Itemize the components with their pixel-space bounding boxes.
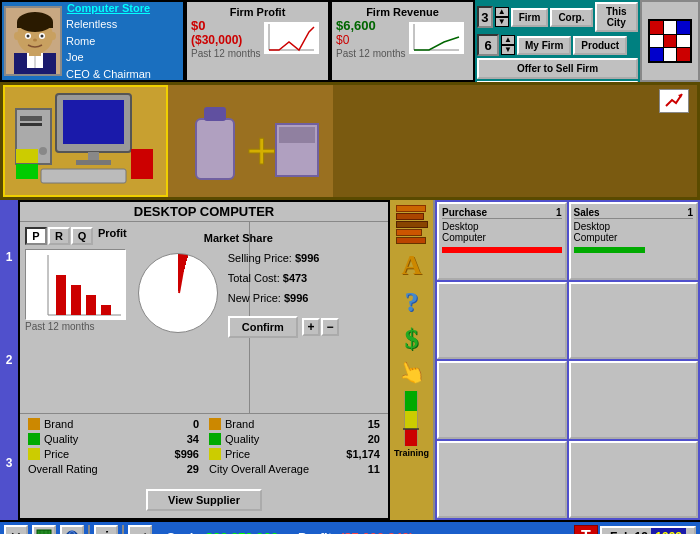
left-sidebar: 1 2 3 (0, 200, 18, 520)
corp-btn[interactable]: Corp. (550, 8, 592, 27)
brand-label-left: Brand (44, 418, 189, 430)
dollar-sign-icon[interactable]: $ (405, 323, 419, 355)
profile-section: Computer Store Relentless Rome Joe CEO &… (0, 0, 185, 82)
main-product-panel: DESKTOP COMPUTER P R Q Profit $3,800 (18, 200, 390, 520)
timer-icon[interactable]: T (574, 525, 598, 534)
market-share-pie (138, 253, 218, 333)
view-supplier-section: View Supplier (20, 482, 388, 518)
globe-icon[interactable] (60, 525, 84, 534)
grid-cell-7[interactable] (437, 441, 567, 519)
num-badge-6: 6 (477, 34, 499, 56)
view-supplier-btn[interactable]: View Supplier (146, 489, 262, 511)
svg-rect-6 (17, 22, 53, 28)
stats-section: Brand 0 Quality 34 Price $996 Overall Ra… (20, 413, 388, 482)
cash-display: Cash: $26,973,966 (166, 530, 278, 535)
price-value-left: $996 (175, 448, 199, 460)
spinner-up[interactable]: ▲ ▼ (495, 7, 509, 27)
sales-title: Sales1 (574, 207, 694, 219)
back-icon[interactable]: ◀ (128, 525, 152, 534)
profile-text: Computer Store Relentless Rome Joe CEO &… (62, 0, 151, 82)
purchase-cell[interactable]: Purchase1 Desktop Computer (437, 202, 567, 280)
stats-left-col: Brand 0 Quality 34 Price $996 Overall Ra… (28, 418, 199, 478)
city-avg-stat-row: City Overall Average 11 (209, 463, 380, 475)
cube-cell (650, 21, 663, 34)
training-section: Training (394, 391, 429, 458)
svg-rect-21 (63, 100, 124, 144)
close-icon[interactable]: ✕ (4, 525, 28, 534)
spin-up-btn[interactable]: ▲ (495, 7, 509, 17)
total-cost-label: Total Cost: (228, 272, 280, 284)
this-city-btn[interactable]: This City (595, 2, 639, 32)
price-color-left (28, 448, 40, 460)
new-price-value: $996 (284, 292, 308, 304)
left-chart-area: P R Q Profit $3,800 $0 (20, 222, 250, 413)
spin-down-btn[interactable]: ▼ (495, 17, 509, 27)
purchase-title: Purchase1 (442, 207, 562, 219)
rubik-cube (648, 19, 692, 63)
firm-revenue-chart (409, 22, 464, 56)
controls-row2: 6 ▲ ▼ My Firm Product (477, 34, 638, 56)
cash-value: $26,973,966 (206, 530, 278, 535)
brand-label-right: Brand (225, 418, 364, 430)
svg-rect-33 (204, 107, 226, 121)
status-text: Cash: $26,973,966 Profit: ($7,666,849) (156, 530, 570, 535)
pointing-hand-icon[interactable]: 👆 (394, 356, 428, 390)
firm-revenue-value: $6,600 (336, 18, 376, 33)
quality-label-left: Quality (44, 433, 183, 445)
grid-cell-4[interactable] (569, 282, 699, 360)
tab-r[interactable]: R (48, 227, 70, 245)
player-name1: Relentless (66, 18, 117, 30)
grid-cell-8[interactable] (569, 441, 699, 519)
firm-profit-period: Past 12 months (191, 48, 260, 59)
spinner-down[interactable]: ▲ ▼ (501, 35, 515, 55)
training-label: Training (394, 448, 429, 458)
spin-up-btn2[interactable]: ▲ (501, 35, 515, 45)
tab-q[interactable]: Q (71, 227, 93, 245)
profit-tab-label: Profit (98, 227, 127, 245)
city-avg-label: City Overall Average (209, 463, 364, 475)
firm-revenue-section: Firm Revenue $6,600 $0 Past 12 months (330, 0, 475, 82)
grid-cell-3[interactable] (437, 282, 567, 360)
product-btn[interactable]: Product (573, 36, 627, 55)
cube-cell (664, 48, 677, 61)
firm-profit-section: Firm Profit $0 ($30,000) Past 12 months (185, 0, 330, 82)
brand-stat-row-right: Brand 15 (209, 418, 380, 430)
selling-price-label: Selling Price: (228, 252, 292, 264)
firm-btn[interactable]: Firm (511, 8, 549, 27)
grid-cell-5[interactable] (437, 361, 567, 439)
info-icon[interactable]: i (94, 525, 118, 534)
purchase-progress (442, 247, 562, 253)
sidebar-num-1: 1 (6, 250, 13, 264)
quality-color-right (209, 433, 221, 445)
shelf-item-medicine[interactable]: + (168, 85, 333, 197)
store-name-link[interactable]: Computer Store (66, 0, 151, 16)
trend-indicator (659, 89, 689, 113)
spin-down-btn2[interactable]: ▼ (501, 45, 515, 55)
my-firm-btn[interactable]: My Firm (517, 36, 571, 55)
grid-cell-6[interactable] (569, 361, 699, 439)
letter-a-icon[interactable]: A (401, 249, 421, 281)
svg-rect-25 (20, 116, 42, 121)
confirm-button[interactable]: Confirm (228, 316, 298, 338)
book-stack-icon[interactable] (396, 205, 428, 244)
plus-btn[interactable]: + (302, 318, 320, 336)
store-display: + (0, 82, 700, 200)
computer-product-image (11, 89, 161, 194)
tab-p[interactable]: P (25, 227, 47, 245)
svg-rect-48 (405, 391, 417, 411)
minus-btn[interactable]: − (321, 318, 339, 336)
sales-progress (574, 247, 646, 253)
question-mark-icon[interactable]: ? (405, 286, 419, 318)
shelf-item-computer[interactable] (3, 85, 168, 197)
brand-value-left: 0 (193, 418, 199, 430)
player-name3: Joe (66, 51, 84, 63)
firm-revenue-past: $0 (336, 33, 349, 47)
svg-rect-44 (101, 305, 111, 315)
firm-profit-past: ($30,000) (191, 33, 260, 47)
svg-text:+: + (246, 120, 277, 181)
avatar (4, 6, 62, 76)
map-icon[interactable] (32, 525, 56, 534)
svg-point-13 (50, 32, 56, 40)
sales-cell[interactable]: Sales1 Desktop Computer (569, 202, 699, 280)
offer-sell-firm-btn[interactable]: Offer to Sell Firm (477, 58, 638, 79)
